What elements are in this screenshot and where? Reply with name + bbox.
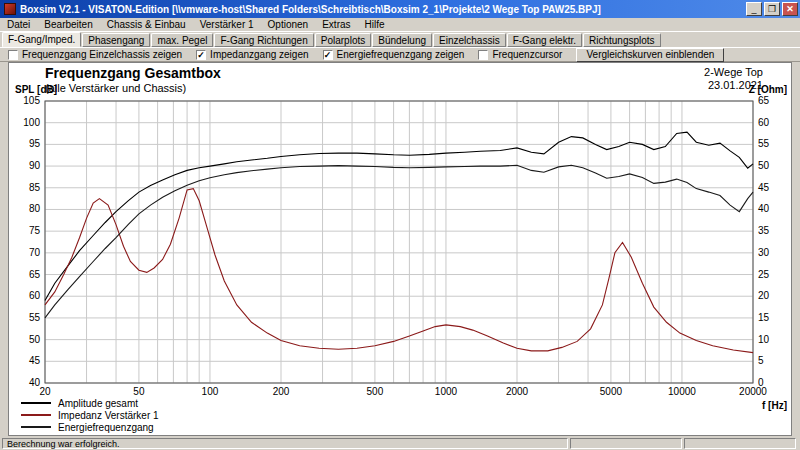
svg-text:2000: 2000 <box>506 386 529 397</box>
svg-text:70: 70 <box>29 247 41 258</box>
checkbox-label: Frequenzcursor <box>492 49 562 60</box>
svg-text:100: 100 <box>202 386 219 397</box>
svg-text:20000: 20000 <box>739 386 767 397</box>
checkbox-label: Impedanzgang zeigen <box>210 49 308 60</box>
status-message: Berechnung war erfolgreich. <box>2 438 568 449</box>
svg-text:65: 65 <box>758 95 770 106</box>
tab-einzelchassis[interactable]: Einzelchassis <box>433 33 506 47</box>
window-title: Boxsim V2.1 - VISATON-Edition [\\vmware-… <box>20 4 744 15</box>
chart-panel: 4045505560657075808590951001050510152025… <box>8 62 792 436</box>
project-date: 23.01.2021 <box>708 79 763 91</box>
minimize-button[interactable]: _ <box>746 2 762 16</box>
menu-item-datei[interactable]: Datei <box>0 19 37 30</box>
checkbox-box[interactable]: ✓ <box>196 50 206 60</box>
tab-phasengang[interactable]: Phasengang <box>82 33 150 47</box>
checkbox-frequenzcursor[interactable]: Frequenzcursor <box>478 49 562 60</box>
legend-line-impedanz <box>21 414 51 416</box>
legend-item-energie: Energiefrequenzgang <box>21 421 159 433</box>
frequency-response-plot: 4045505560657075808590951001050510152025… <box>9 63 791 435</box>
svg-text:35: 35 <box>758 225 770 236</box>
svg-text:50: 50 <box>758 160 770 171</box>
chart-subtitle: (alle Verstärker und Chassis) <box>45 82 186 94</box>
checkbox-box[interactable] <box>478 50 488 60</box>
chart-legend: Amplitude gesamt Impedanz Verstärker 1 E… <box>21 397 159 433</box>
checkbox-box[interactable] <box>8 50 18 60</box>
svg-text:40: 40 <box>758 203 770 214</box>
svg-text:105: 105 <box>23 95 40 106</box>
svg-text:50: 50 <box>29 334 41 345</box>
tab-richtungsplots[interactable]: Richtungsplots <box>583 33 661 47</box>
svg-text:65: 65 <box>29 269 41 280</box>
project-name: 2-Wege Top <box>704 66 763 78</box>
menu-item-bearbeiten[interactable]: Bearbeiten <box>37 19 99 30</box>
svg-text:1000: 1000 <box>435 386 458 397</box>
checkbox-label: Energiefrequenzgang zeigen <box>337 49 465 60</box>
legend-item-amplitude: Amplitude gesamt <box>21 397 159 409</box>
maximize-button[interactable]: ❐ <box>764 2 780 16</box>
svg-text:60: 60 <box>29 290 41 301</box>
svg-text:5: 5 <box>758 355 764 366</box>
legend-item-impedanz: Impedanz Verstärker 1 <box>21 409 159 421</box>
svg-text:55: 55 <box>29 312 41 323</box>
svg-text:75: 75 <box>29 225 41 236</box>
tab-buendelung[interactable]: Bündelung <box>372 33 432 47</box>
svg-text:25: 25 <box>758 269 770 280</box>
tab-fgang-imped[interactable]: F-Gang/Imped. <box>2 32 81 47</box>
svg-text:85: 85 <box>29 182 41 193</box>
legend-label: Impedanz Verstärker 1 <box>58 410 159 421</box>
curve-1 <box>45 189 753 353</box>
svg-text:20: 20 <box>758 290 770 301</box>
legend-label: Energiefrequenzgang <box>58 422 154 433</box>
menu-item-extras[interactable]: Extras <box>315 19 357 30</box>
status-cell-empty-2 <box>684 438 796 449</box>
menu-item-chassis-einbau[interactable]: Chassis & Einbau <box>100 19 193 30</box>
menu-item-hilfe[interactable]: Hilfe <box>358 19 392 30</box>
tab-polarplots[interactable]: Polarplots <box>315 33 371 47</box>
checkbox-label: Frequenzgang Einzelchassis zeigen <box>22 49 182 60</box>
svg-text:10000: 10000 <box>668 386 696 397</box>
checkbox-impedanzgang[interactable]: ✓ Impedanzgang zeigen <box>196 49 308 60</box>
svg-text:5000: 5000 <box>600 386 623 397</box>
svg-text:15: 15 <box>758 312 770 323</box>
curve-0 <box>45 132 753 300</box>
checkbox-box[interactable]: ✓ <box>323 50 333 60</box>
svg-text:90: 90 <box>29 160 41 171</box>
title-bar: Boxsim V2.1 - VISATON-Edition [\\vmware-… <box>0 0 800 18</box>
menu-bar: Datei Bearbeiten Chassis & Einbau Verstä… <box>0 18 800 32</box>
tab-fgang-elektr[interactable]: F-Gang elektr. <box>507 33 582 47</box>
svg-text:500: 500 <box>367 386 384 397</box>
close-button[interactable]: ✕ <box>782 2 798 16</box>
svg-text:55: 55 <box>758 138 770 149</box>
chart-title: Frequenzgang Gesamtbox <box>45 65 221 81</box>
svg-text:80: 80 <box>29 203 41 214</box>
svg-text:95: 95 <box>29 138 41 149</box>
options-toolbar: Frequenzgang Einzelchassis zeigen ✓ Impe… <box>0 47 800 62</box>
checkbox-frequenzgang-einzelchassis[interactable]: Frequenzgang Einzelchassis zeigen <box>8 49 182 60</box>
svg-text:50: 50 <box>133 386 145 397</box>
legend-line-amplitude <box>21 402 51 404</box>
status-cell-empty-1 <box>570 438 682 449</box>
checkbox-energiefrequenzgang[interactable]: ✓ Energiefrequenzgang zeigen <box>323 49 465 60</box>
view-tab-bar: F-Gang/Imped. Phasengang max. Pegel F-Ga… <box>0 32 800 47</box>
svg-text:20: 20 <box>39 386 51 397</box>
svg-text:f [Hz]: f [Hz] <box>762 400 787 411</box>
app-icon <box>4 3 16 15</box>
menu-item-verstaerker-1[interactable]: Verstärker 1 <box>193 19 261 30</box>
svg-text:45: 45 <box>29 355 41 366</box>
svg-text:30: 30 <box>758 247 770 258</box>
svg-text:200: 200 <box>273 386 290 397</box>
compare-curves-button[interactable]: Vergleichskurven einblenden <box>576 48 724 62</box>
tab-max-pegel[interactable]: max. Pegel <box>151 33 213 47</box>
svg-text:45: 45 <box>758 182 770 193</box>
svg-text:10: 10 <box>758 334 770 345</box>
svg-text:60: 60 <box>758 117 770 128</box>
legend-label: Amplitude gesamt <box>58 398 138 409</box>
status-bar: Berechnung war erfolgreich. <box>0 437 800 450</box>
svg-text:100: 100 <box>23 117 40 128</box>
menu-item-optionen[interactable]: Optionen <box>261 19 316 30</box>
tab-fgang-richtungen[interactable]: F-Gang Richtungen <box>214 33 313 47</box>
legend-line-energie <box>21 426 51 428</box>
